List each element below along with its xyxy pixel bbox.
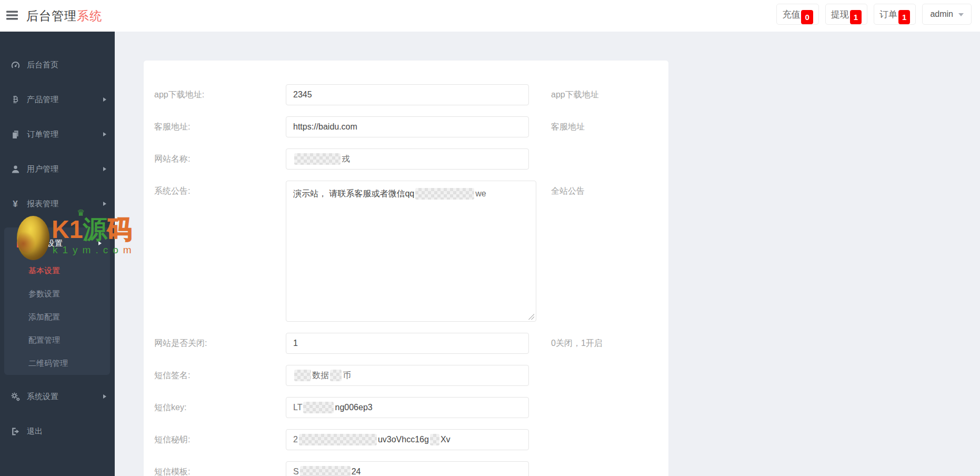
- sidebar-item-label: 退出: [27, 427, 43, 437]
- field-value-partial: 戎: [342, 154, 350, 165]
- sidebar-item-parameter-settings-sub[interactable]: 参数设置: [4, 282, 110, 305]
- sidebar-item-label: 产品管理: [27, 95, 58, 105]
- sidebar-group-parameter-settings: 参数设置基本设置参数设置添加配置配置管理二维码管理: [4, 227, 110, 375]
- sidebar-item-system-settings[interactable]: 系统设置: [0, 379, 115, 414]
- helper-text: 0关闭，1开启: [551, 333, 603, 354]
- field-value-partial: 2: [293, 435, 298, 444]
- mosaic-redaction: [294, 153, 341, 165]
- sidebar-item-label: 参数设置: [31, 239, 63, 249]
- chevron-right-icon: [103, 202, 106, 206]
- form-row-site-name: 网站名称:戎: [154, 148, 658, 170]
- caret-down-icon: [958, 13, 964, 19]
- main-content: app下载地址:2345app下载地址客服地址:https://baidu.co…: [115, 32, 980, 476]
- chevron-right-icon: [98, 241, 102, 245]
- header-actions: 充值0提现1订单1 admin: [776, 4, 972, 25]
- sms-sign-input[interactable]: 数据币: [286, 365, 529, 386]
- sidebar-item-qrcode-management[interactable]: 二维码管理: [4, 352, 110, 375]
- service-url-input[interactable]: https://baidu.com: [286, 116, 529, 137]
- field-label: 短信签名:: [154, 365, 286, 386]
- sidebar-item-logout[interactable]: 退出: [0, 414, 115, 449]
- sidebar-item-product-management[interactable]: 产品管理: [0, 82, 115, 117]
- orders-button[interactable]: 订单1: [874, 4, 916, 25]
- sidebar-nav: 后台首页产品管理订单管理用户管理¥报表管理参数设置基本设置参数设置添加配置配置管…: [0, 32, 115, 476]
- hamburger-menu-icon[interactable]: [6, 11, 18, 21]
- recharge-count-badge: 0: [801, 10, 813, 24]
- orders-count-badge: 1: [898, 10, 910, 24]
- page-title: 后台管理系统: [26, 8, 102, 24]
- field-value-partial: 数据: [312, 370, 329, 381]
- form-row-system-notice: 系统公告:演示站， 请联系客服或者微信qqwe全站公告: [154, 181, 658, 322]
- field-value-partial: LT: [293, 403, 302, 412]
- field-value: https://baidu.com: [293, 122, 357, 132]
- withdraw-label: 提现: [831, 8, 849, 21]
- sms-template-input[interactable]: S24: [286, 461, 529, 476]
- sidebar-item-parameter-settings[interactable]: 参数设置: [4, 227, 110, 259]
- field-label: 短信秘钥:: [154, 429, 286, 450]
- form-row-site-closed: 网站是否关闭:10关闭，1开启: [154, 333, 658, 354]
- form-row-service-url: 客服地址:https://baidu.com客服地址: [154, 116, 658, 137]
- app-title-main: 后台管理: [26, 9, 77, 23]
- mosaic-redaction: [430, 434, 439, 445]
- sidebar-item-report-management[interactable]: ¥报表管理: [0, 186, 115, 221]
- recharge-label: 充值: [782, 8, 800, 21]
- form-row-sms-template: 短信模板:S24: [154, 461, 658, 476]
- field-value: Xv: [441, 435, 451, 444]
- logout-icon: [9, 427, 21, 436]
- user-icon: [9, 164, 21, 174]
- yen-icon: ¥: [9, 199, 21, 209]
- mosaic-redaction: [299, 434, 377, 445]
- field-label: 短信模板:: [154, 461, 286, 476]
- sidebar-item-label: 后台首页: [27, 60, 58, 70]
- sms-secret-input[interactable]: 2uv3oVhcc16gXv: [286, 429, 529, 450]
- sms-key-input[interactable]: LTng006ep3: [286, 397, 529, 418]
- chevron-right-icon: [103, 132, 106, 136]
- app-download-url-input[interactable]: 2345: [286, 84, 529, 105]
- sidebar-item-basic-settings[interactable]: 基本设置: [4, 259, 110, 282]
- orders-icon: [9, 130, 21, 139]
- sidebar-item-dashboard-home[interactable]: 后台首页: [0, 47, 115, 82]
- field-value: uv3oVhcc16g: [378, 435, 429, 444]
- field-value: ng006ep3: [335, 403, 372, 412]
- system-notice-textarea[interactable]: 演示站， 请联系客服或者微信qqwe: [286, 181, 536, 322]
- field-label: 系统公告:: [154, 181, 286, 202]
- user-menu-button[interactable]: admin: [922, 4, 972, 25]
- mosaic-redaction: [300, 466, 351, 476]
- field-value-partial: 币: [343, 370, 351, 381]
- sidebar-item-config-management[interactable]: 配置管理: [4, 329, 110, 352]
- chevron-right-icon: [103, 167, 106, 171]
- helper-text: app下载地址: [551, 84, 599, 105]
- field-label: 短信key:: [154, 397, 286, 418]
- field-value: 1: [293, 339, 298, 348]
- field-label: 网站是否关闭:: [154, 333, 286, 354]
- gears-icon: [9, 392, 21, 401]
- field-value-partial: we: [475, 189, 486, 198]
- mosaic-redaction: [294, 370, 311, 381]
- field-value-partial: S: [293, 467, 299, 476]
- sidebar-item-add-config[interactable]: 添加配置: [4, 305, 110, 329]
- user-name: admin: [930, 9, 953, 19]
- withdraw-button[interactable]: 提现1: [825, 4, 867, 25]
- sidebar-item-order-management[interactable]: 订单管理: [0, 117, 115, 152]
- sidebar-item-label: 报表管理: [27, 199, 58, 209]
- withdraw-count-badge: 1: [850, 10, 862, 24]
- settings-form-card: app下载地址:2345app下载地址客服地址:https://baidu.co…: [144, 61, 668, 476]
- mosaic-redaction: [415, 188, 474, 200]
- dashboard-icon: [9, 60, 21, 70]
- sidebar-item-user-management[interactable]: 用户管理: [0, 152, 115, 186]
- sidebar-item-label: 系统设置: [27, 392, 58, 402]
- field-label: 客服地址:: [154, 116, 286, 137]
- helper-text: 全站公告: [551, 181, 585, 202]
- chevron-right-icon: [103, 97, 106, 102]
- field-value: 演示站， 请联系客服或者微信qq: [293, 189, 414, 198]
- form-row-app-download-url: app下载地址:2345app下载地址: [154, 84, 658, 105]
- app-title-accent: 系统: [77, 9, 102, 23]
- pages-icon: [14, 239, 25, 248]
- orders-label: 订单: [879, 8, 897, 21]
- mosaic-redaction: [330, 370, 342, 381]
- site-name-input[interactable]: 戎: [286, 148, 529, 170]
- form-row-sms-sign: 短信签名:数据币: [154, 365, 658, 386]
- field-label: app下载地址:: [154, 84, 286, 105]
- site-closed-input[interactable]: 1: [286, 333, 529, 354]
- recharge-button[interactable]: 充值0: [776, 4, 818, 25]
- form-row-sms-secret: 短信秘钥:2uv3oVhcc16gXv: [154, 429, 658, 450]
